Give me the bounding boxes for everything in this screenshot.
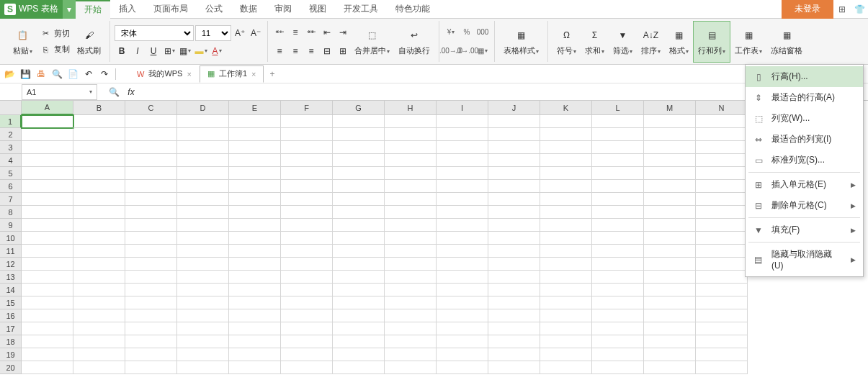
cell[interactable] (281, 180, 333, 193)
cell[interactable] (385, 141, 437, 154)
cell[interactable] (73, 232, 125, 245)
dropdown-item[interactable]: ▤隐藏与取消隐藏(U)▶ (746, 244, 863, 275)
col-header[interactable]: F (281, 101, 333, 115)
italic-button[interactable]: I (130, 44, 145, 58)
cell[interactable] (592, 322, 644, 335)
save-icon[interactable]: 💾 (19, 68, 32, 81)
cell[interactable] (125, 335, 177, 348)
cell[interactable] (22, 271, 73, 284)
align-middle-icon[interactable]: ≡ (288, 25, 303, 40)
cell[interactable] (696, 348, 748, 361)
cell[interactable] (385, 361, 437, 374)
cell[interactable] (333, 115, 385, 128)
cell[interactable] (177, 115, 229, 128)
cell[interactable] (333, 141, 385, 154)
cell[interactable] (333, 193, 385, 206)
cell[interactable] (488, 206, 540, 219)
cell[interactable] (177, 322, 229, 335)
col-header[interactable]: H (385, 101, 437, 115)
cell[interactable] (696, 141, 748, 154)
cell[interactable] (488, 361, 540, 374)
cell[interactable] (333, 284, 385, 296)
cell[interactable] (229, 271, 281, 284)
row-header[interactable]: 8 (0, 206, 22, 219)
menu-tab-start[interactable]: 开始 (76, 0, 110, 19)
cell[interactable] (177, 361, 229, 374)
search-icon[interactable]: 🔍 (107, 86, 120, 99)
col-header[interactable]: E (229, 101, 281, 115)
settings-icon[interactable]: ⊞ (833, 0, 851, 19)
cell[interactable] (73, 335, 125, 348)
dropdown-item[interactable]: ⊞插入单元格(E)▶ (746, 174, 863, 195)
cell[interactable] (644, 309, 696, 322)
cell[interactable] (592, 258, 644, 271)
cell[interactable] (333, 245, 385, 258)
cell[interactable] (22, 232, 73, 245)
cell-grid[interactable] (22, 115, 748, 374)
cell[interactable] (281, 219, 333, 232)
cell[interactable] (540, 141, 592, 154)
cell[interactable] (385, 180, 437, 193)
indent-right-icon[interactable]: ⇥ (336, 25, 350, 40)
cell[interactable] (281, 284, 333, 296)
align-top-icon[interactable]: ⬴ (272, 25, 287, 40)
menu-tab-special[interactable]: 特色功能 (387, 0, 439, 19)
cell[interactable] (125, 128, 177, 141)
cell[interactable] (437, 141, 488, 154)
cell[interactable] (385, 348, 437, 361)
cell[interactable] (281, 232, 333, 245)
row-header[interactable]: 1 (0, 115, 22, 128)
cell[interactable] (229, 258, 281, 271)
cell[interactable] (644, 335, 696, 348)
cell[interactable] (281, 128, 333, 141)
cell[interactable] (644, 361, 696, 374)
dropdown-item[interactable]: ▼填充(F)▶ (746, 219, 863, 240)
cell[interactable] (385, 193, 437, 206)
cell[interactable] (229, 322, 281, 335)
merge-center-button[interactable]: ⬚ 合并居中▾ (350, 21, 394, 63)
cell[interactable] (540, 258, 592, 271)
indent-left-icon[interactable]: ⇤ (320, 25, 334, 40)
freeze-button[interactable]: ▦ 冻结窗格 (766, 21, 807, 63)
table-style-button[interactable]: ▦ 表格样式▾ (499, 21, 543, 63)
col-header[interactable]: K (540, 101, 592, 115)
paste-button[interactable]: 📋 粘贴▾ (9, 21, 37, 63)
cell[interactable] (22, 128, 73, 141)
format-button[interactable]: ▦ 格式▾ (665, 21, 693, 63)
cell[interactable] (385, 335, 437, 348)
cell[interactable] (229, 245, 281, 258)
cell[interactable] (281, 115, 333, 128)
row-header[interactable]: 14 (0, 284, 22, 296)
cell[interactable] (488, 141, 540, 154)
cell[interactable] (333, 167, 385, 180)
cell[interactable] (385, 115, 437, 128)
cell[interactable] (125, 361, 177, 374)
cell[interactable] (125, 232, 177, 245)
cell[interactable] (437, 296, 488, 309)
row-header[interactable]: 13 (0, 271, 22, 284)
cell[interactable] (592, 167, 644, 180)
cell[interactable] (177, 348, 229, 361)
cell[interactable] (696, 193, 748, 206)
col-header[interactable]: A (22, 101, 73, 115)
row-header[interactable]: 12 (0, 258, 22, 271)
cell[interactable] (333, 335, 385, 348)
cell[interactable] (592, 115, 644, 128)
cell[interactable] (592, 361, 644, 374)
cell[interactable] (437, 232, 488, 245)
cell[interactable] (592, 128, 644, 141)
cell[interactable] (73, 245, 125, 258)
cell[interactable] (437, 180, 488, 193)
cell[interactable] (437, 245, 488, 258)
cell[interactable] (696, 271, 748, 284)
cell[interactable] (229, 141, 281, 154)
cell[interactable] (540, 232, 592, 245)
cell[interactable] (644, 284, 696, 296)
cell[interactable] (592, 245, 644, 258)
cell[interactable] (73, 141, 125, 154)
open-icon[interactable]: 📂 (3, 68, 16, 81)
menu-tab-data[interactable]: 数据 (231, 0, 266, 19)
cell[interactable] (73, 271, 125, 284)
cell[interactable] (229, 167, 281, 180)
font-color-button[interactable]: A▾ (210, 44, 224, 58)
